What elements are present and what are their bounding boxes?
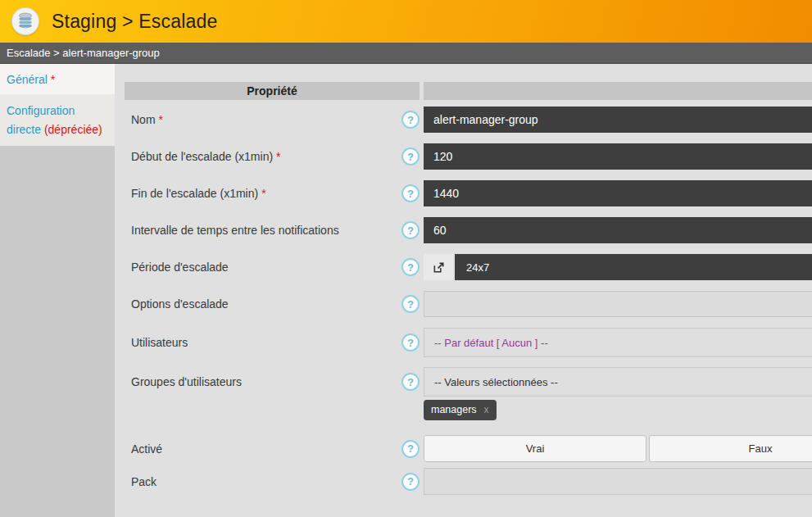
form-row-groupes: Groupes d'utilisateurs ? -- Valeurs séle… bbox=[125, 367, 812, 397]
tab-general[interactable]: Général * bbox=[0, 64, 115, 94]
tab-configuration-directe[interactable]: Configuration directe (dépréciée) bbox=[0, 94, 115, 146]
field-label-nom: Nom* bbox=[125, 113, 401, 126]
intervalle-input[interactable]: 60 bbox=[424, 217, 812, 243]
required-mark: * bbox=[276, 150, 280, 163]
options-escalade-input[interactable] bbox=[424, 291, 812, 317]
help-icon[interactable]: ? bbox=[401, 147, 420, 166]
field-label-groupes: Groupes d'utilisateurs bbox=[125, 375, 401, 388]
help-icon[interactable]: ? bbox=[401, 333, 420, 351]
required-mark: * bbox=[261, 187, 265, 200]
field-label-utilisateurs: Utilisateurs bbox=[125, 336, 401, 349]
tag-managers[interactable]: managers x bbox=[424, 400, 497, 420]
periode-select[interactable]: 24x7 bbox=[455, 254, 812, 280]
form-panel: Propriété Nom* ? alert-manager-group Déb… bbox=[115, 64, 812, 517]
help-icon[interactable]: ? bbox=[401, 258, 420, 276]
remove-tag-icon[interactable]: x bbox=[484, 404, 489, 415]
form-row-nom: Nom* ? alert-manager-group bbox=[125, 107, 812, 133]
help-icon[interactable]: ? bbox=[401, 111, 420, 129]
tab-general-label: Général bbox=[7, 73, 48, 86]
open-timeperiod-button[interactable] bbox=[424, 254, 453, 280]
field-label-fin: Fin de l'escalade (x1min)* bbox=[125, 187, 401, 200]
value-column-header bbox=[424, 82, 812, 100]
field-label-options: Options d'escalade bbox=[125, 297, 401, 311]
form-row-intervalle: Intervalle de temps entre les notificati… bbox=[125, 217, 812, 243]
help-icon[interactable]: ? bbox=[401, 440, 420, 458]
required-mark: * bbox=[159, 113, 163, 126]
vrai-button[interactable]: Vrai bbox=[424, 435, 646, 462]
pack-input[interactable] bbox=[424, 468, 812, 495]
faux-button[interactable]: Faux bbox=[649, 435, 812, 462]
deprecated-label: (dépréciée) bbox=[44, 123, 102, 136]
debut-escalade-input[interactable]: 120 bbox=[424, 143, 812, 170]
form-row-options: Options d'escalade ? bbox=[125, 291, 812, 317]
form-row-fin-escalade: Fin de l'escalade (x1min)* ? 1440 bbox=[125, 180, 812, 206]
field-label-periode: Période d'escalade bbox=[125, 261, 401, 274]
logo-circle bbox=[11, 7, 39, 35]
field-label-debut: Début de l'escalade (x1min)* bbox=[125, 150, 401, 163]
nom-input[interactable]: alert-manager-group bbox=[424, 107, 812, 133]
help-icon[interactable]: ? bbox=[401, 184, 420, 202]
table-header: Propriété bbox=[125, 82, 812, 100]
sidebar: Général * Configuration directe (dépréci… bbox=[0, 64, 115, 517]
form-row-utilisateurs: Utilisateurs ? -- Par défaut [ Aucun ] -… bbox=[125, 328, 812, 357]
external-link-icon bbox=[433, 261, 445, 274]
content: Général * Configuration directe (dépréci… bbox=[0, 64, 812, 517]
app-header: Staging > Escalade bbox=[0, 0, 812, 43]
breadcrumb-text: Escalade > alert-manager-group bbox=[7, 47, 160, 59]
help-icon[interactable]: ? bbox=[401, 373, 420, 391]
utilisateurs-select[interactable]: -- Par défaut [ Aucun ] -- bbox=[424, 328, 812, 357]
help-icon[interactable]: ? bbox=[401, 473, 420, 491]
property-column-header: Propriété bbox=[125, 82, 420, 100]
groupes-select[interactable]: -- Valeurs sélectionnées -- bbox=[424, 367, 812, 397]
form-row-periode: Période d'escalade ? 24x7 bbox=[125, 254, 812, 280]
breadcrumb: Escalade > alert-manager-group bbox=[0, 43, 812, 64]
selected-groups: managers x bbox=[424, 400, 812, 420]
form-row-active: Activé ? Vrai Faux bbox=[125, 435, 812, 462]
required-mark: * bbox=[51, 73, 55, 86]
database-icon bbox=[17, 12, 34, 30]
field-label-intervalle: Intervalle de temps entre les notificati… bbox=[125, 224, 401, 237]
help-icon[interactable]: ? bbox=[401, 221, 420, 239]
field-label-pack: Pack bbox=[125, 475, 401, 488]
form-row-pack: Pack ? bbox=[125, 468, 812, 495]
fin-escalade-input[interactable]: 1440 bbox=[424, 180, 812, 206]
form-row-debut-escalade: Début de l'escalade (x1min)* ? 120 bbox=[125, 143, 812, 170]
page-title: Staging > Escalade bbox=[52, 11, 217, 33]
field-label-active: Activé bbox=[125, 442, 401, 456]
help-icon[interactable]: ? bbox=[401, 295, 420, 313]
